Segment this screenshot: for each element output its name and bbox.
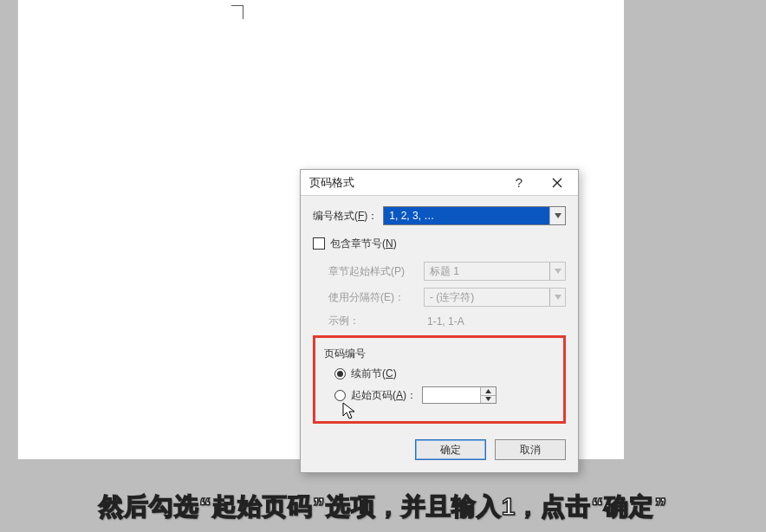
mouse-cursor-icon — [341, 402, 357, 421]
chevron-down-icon — [549, 263, 565, 280]
number-format-selected: 1, 2, 3, … — [384, 207, 549, 224]
chevron-down-icon — [549, 207, 565, 224]
start-at-spinner[interactable] — [422, 386, 497, 404]
number-format-label: 编号格式(F)： — [313, 209, 378, 224]
chevron-down-icon — [549, 289, 565, 306]
ok-button[interactable]: 确定 — [415, 439, 486, 460]
page-number-legend: 页码编号 — [324, 347, 555, 361]
start-at-radio[interactable] — [334, 390, 346, 401]
close-button[interactable] — [540, 171, 574, 195]
spinner-up[interactable] — [481, 387, 496, 396]
start-at-label: 起始页码(A)： — [351, 388, 417, 403]
include-chapter-label: 包含章节号(N) — [330, 237, 397, 251]
example-value: 1-1, 1-A — [424, 315, 464, 328]
include-chapter-checkbox[interactable] — [313, 237, 325, 250]
video-subtitle: 然后勾选“起始页码”选项，并且输入1，点击“确定” — [0, 490, 766, 523]
spinner-down[interactable] — [481, 396, 496, 404]
chapter-start-style-combo: 标题 1 — [424, 262, 566, 281]
continue-previous-label: 续前节(C) — [351, 367, 397, 381]
dialog-titlebar[interactable]: 页码格式 ? — [301, 170, 578, 196]
start-at-input[interactable] — [423, 387, 480, 403]
cancel-button[interactable]: 取消 — [495, 439, 566, 460]
page-number-group: 页码编号 续前节(C) 起始页码(A)： — [313, 335, 566, 424]
help-button[interactable]: ? — [502, 171, 536, 195]
close-icon — [552, 178, 562, 188]
separator-combo: - (连字符) — [424, 288, 566, 307]
header-cursor-mark — [231, 5, 250, 24]
continue-previous-radio[interactable] — [334, 368, 346, 380]
dialog-title: 页码格式 — [309, 175, 502, 191]
page-number-format-dialog: 页码格式 ? 编号格式(F)： 1, 2, 3, … 包含章节号(N) — [300, 169, 579, 473]
example-label: 示例： — [328, 314, 424, 328]
number-format-combo[interactable]: 1, 2, 3, … — [383, 206, 566, 225]
chapter-start-style-label: 章节起始样式(P) — [328, 264, 424, 279]
separator-label: 使用分隔符(E)： — [328, 290, 424, 305]
